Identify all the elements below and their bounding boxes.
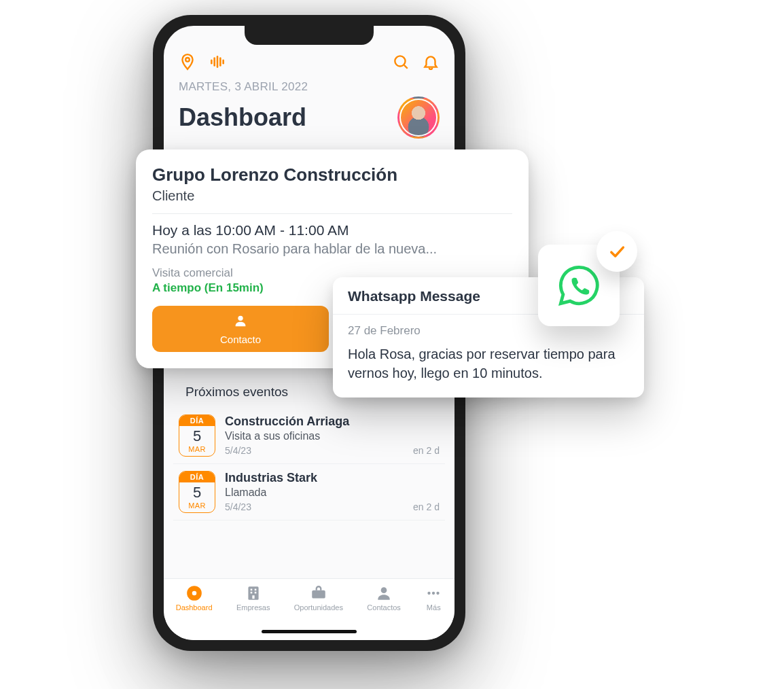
svg-rect-15 xyxy=(252,595,254,599)
svg-point-20 xyxy=(437,592,440,595)
date-badge-day: 5 xyxy=(179,426,215,445)
svg-rect-13 xyxy=(250,592,252,594)
event-eta: en 2 d xyxy=(413,445,440,456)
home-indicator xyxy=(262,630,357,633)
tab-label: Empresas xyxy=(236,603,270,612)
event-item[interactable]: DÍA 5 MAR Industrias Stark Llamada 5/4/2… xyxy=(173,464,445,520)
date-badge-top: DÍA xyxy=(179,415,215,426)
phone-notch xyxy=(245,26,374,45)
whatsapp-date: 27 de Febrero xyxy=(348,324,629,338)
bell-icon[interactable] xyxy=(422,53,440,71)
waveform-icon[interactable] xyxy=(209,53,226,71)
page-title: Dashboard xyxy=(179,103,306,132)
event-time: Hoy a las 10:00 AM - 11:00 AM xyxy=(152,222,512,238)
tab-label: Contactos xyxy=(367,603,401,612)
date-badge: DÍA 5 MAR xyxy=(179,414,215,457)
svg-rect-14 xyxy=(254,592,256,594)
tab-label: Oportunidades xyxy=(294,603,343,612)
events-list: DÍA 5 MAR Construcción Arriaga Visita a … xyxy=(164,405,455,520)
event-item[interactable]: DÍA 5 MAR Construcción Arriaga Visita a … xyxy=(173,408,445,464)
company-relation: Cliente xyxy=(152,188,512,204)
tab-dashboard[interactable]: Dashboard xyxy=(176,584,213,612)
event-date: 5/4/23 xyxy=(225,501,251,512)
date-badge: DÍA 5 MAR xyxy=(179,471,215,513)
event-title: Industrias Stark xyxy=(225,471,440,485)
event-title: Construcción Arriaga xyxy=(225,414,440,429)
date-label: MARTES, 3 ABRIL 2022 xyxy=(179,80,440,94)
tab-oportunidades[interactable]: Oportunidades xyxy=(294,584,343,612)
svg-point-21 xyxy=(238,315,243,320)
svg-point-0 xyxy=(185,58,190,62)
event-date: 5/4/23 xyxy=(225,445,251,456)
event-eta: en 2 d xyxy=(413,501,440,512)
tab-label: Dashboard xyxy=(176,603,213,612)
svg-line-7 xyxy=(404,65,408,69)
tab-contactos[interactable]: Contactos xyxy=(367,584,401,612)
tab-empresas[interactable]: Empresas xyxy=(236,584,270,612)
svg-rect-11 xyxy=(250,589,252,591)
event-description: Reunión con Rosario para hablar de la nu… xyxy=(152,241,512,257)
svg-point-17 xyxy=(381,587,387,593)
contact-button[interactable]: Contacto xyxy=(152,306,329,352)
svg-rect-16 xyxy=(312,590,325,599)
event-subtitle: Llamada xyxy=(225,487,440,499)
location-icon[interactable] xyxy=(179,53,196,71)
svg-point-6 xyxy=(395,56,405,66)
svg-rect-12 xyxy=(254,589,256,591)
date-badge-month: MAR xyxy=(179,501,215,512)
svg-point-19 xyxy=(432,592,435,595)
tab-label: Más xyxy=(427,603,441,612)
avatar[interactable] xyxy=(397,96,440,139)
svg-point-18 xyxy=(428,592,431,595)
divider xyxy=(152,213,512,214)
whatsapp-popover: Whatsapp Message 27 de Febrero Hola Rosa… xyxy=(333,277,644,398)
person-icon xyxy=(233,313,248,331)
whatsapp-body: Hola Rosa, gracias por reservar tiempo p… xyxy=(348,344,629,383)
date-badge-month: MAR xyxy=(179,445,215,456)
search-icon[interactable] xyxy=(392,53,410,71)
tab-mas[interactable]: Más xyxy=(425,584,442,612)
company-name: Grupo Lorenzo Construcción xyxy=(152,164,512,186)
event-subtitle: Visita a sus oficinas xyxy=(225,430,440,442)
contact-button-label: Contacto xyxy=(220,334,261,345)
dashboard-header: MARTES, 3 ABRIL 2022 Dashboard xyxy=(164,75,455,140)
date-badge-day: 5 xyxy=(179,482,215,501)
check-icon xyxy=(596,231,637,272)
date-badge-top: DÍA xyxy=(179,472,215,482)
svg-point-9 xyxy=(192,591,196,596)
